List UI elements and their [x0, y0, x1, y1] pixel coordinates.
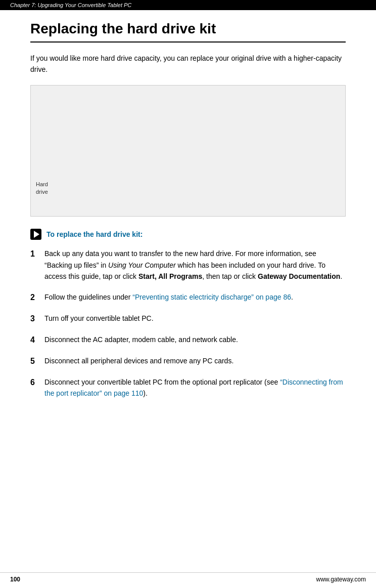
step-text-4: Disconnect the AC adapter, modem cable, … [44, 334, 346, 345]
step-number-2: 2 [30, 291, 44, 304]
steps-list: 1 Back up any data you want to transfer … [30, 248, 346, 399]
step-text-2: Follow the guidelines under “Preventing … [44, 291, 346, 303]
procedure-header: To replace the hard drive kit: [30, 229, 346, 240]
procedure-title: To replace the hard drive kit: [46, 230, 143, 238]
step-item-1: 1 Back up any data you want to transfer … [30, 248, 346, 282]
bold-start-programs: Start, All Programs [138, 272, 202, 280]
step-item-3: 3 Turn off your convertible tablet PC. [30, 313, 346, 325]
step-number-6: 6 [30, 376, 44, 389]
image-label: Hard drive [36, 181, 48, 196]
bold-gateway-doc: Gateway Documentation [258, 272, 340, 280]
link-static[interactable]: “Preventing static electricity discharge… [132, 293, 291, 301]
footer-page-number: 100 [10, 576, 20, 583]
step-item-6: 6 Disconnect your convertible tablet PC … [30, 376, 346, 399]
step-number-5: 5 [30, 355, 44, 367]
italic-text: Using Your Computer [108, 261, 176, 269]
step-number-1: 1 [30, 248, 44, 260]
step-text-3: Turn off your convertible tablet PC. [44, 313, 346, 324]
chapter-header-text: Chapter 7: Upgrading Your Convertible Ta… [10, 2, 131, 8]
page-footer: 100 www.gateway.com [0, 572, 376, 583]
intro-text: If you would like more hard drive capaci… [30, 53, 346, 75]
step-number-3: 3 [30, 313, 44, 325]
content-area: Replacing the hard drive kit If you woul… [0, 10, 376, 418]
step-item-5: 5 Disconnect all peripheral devices and … [30, 355, 346, 367]
hard-drive-image: Hard drive [30, 85, 346, 217]
footer-url: www.gateway.com [316, 576, 366, 583]
step-text-1: Back up any data you want to transfer to… [44, 248, 346, 282]
play-icon [30, 229, 41, 240]
step-text-5: Disconnect all peripheral devices and re… [44, 355, 346, 366]
step-text-6: Disconnect your convertible tablet PC fr… [44, 376, 346, 399]
step-item-4: 4 Disconnect the AC adapter, modem cable… [30, 334, 346, 346]
step-item-2: 2 Follow the guidelines under “Preventin… [30, 291, 346, 304]
link-port-replicator[interactable]: “Disconnecting from the port replicator”… [44, 378, 343, 397]
step-number-4: 4 [30, 334, 44, 346]
page-title: Replacing the hard drive kit [30, 20, 346, 43]
chapter-header: Chapter 7: Upgrading Your Convertible Ta… [0, 0, 376, 10]
page-container: Chapter 7: Upgrading Your Convertible Ta… [0, 0, 376, 588]
